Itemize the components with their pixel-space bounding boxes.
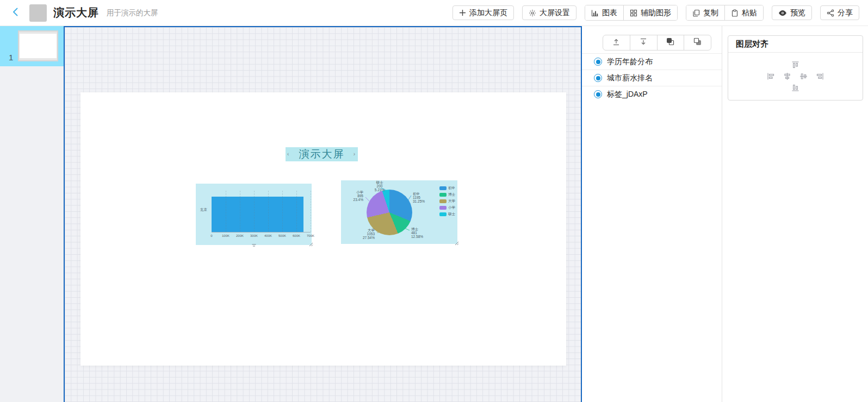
legend-swatch [439,206,447,210]
legend-item: 硕士 [439,211,455,217]
legend-label: 小学 [448,205,455,210]
align-right-icon[interactable] [816,72,824,80]
bar-gridline [296,191,297,232]
layer-row-bar[interactable]: 城市薪水排名 [582,70,722,86]
pie-callout-label: 大学105327.54% [357,228,375,240]
legend-item: 博士 [439,191,455,198]
pages-sidebar: 1 [0,26,64,402]
bring-forward-icon [666,37,675,48]
legend-label: 大学 [448,199,455,204]
align-horizontal-center-icon[interactable] [783,72,791,80]
bar-gridline [311,191,311,232]
layer-visible-radio-icon[interactable] [594,58,602,66]
page-thumbnail-item-1[interactable]: 1 [0,26,64,66]
insert-chart-button[interactable]: 图表 [585,5,623,20]
copy-icon [692,9,700,17]
resize-corner-handle[interactable] [309,239,313,249]
design-canvas[interactable]: ‹ 演示大屏 › 北京 0100K200K300K400K500K600K700… [64,26,582,402]
page-thumbnail [18,30,58,61]
align-top-icon[interactable] [791,61,799,69]
share-icon [827,9,834,17]
pie-callout-label: 博士48112.58% [411,227,423,238]
bar-chart-icon [591,9,599,17]
bring-forward-button[interactable] [657,35,684,50]
send-backward-button[interactable] [684,35,711,50]
back-button[interactable] [9,6,23,20]
layer-align-panel: 图层对齐 [728,35,863,100]
top-toolbar: 演示大屏 用于演示的大屏 添加大屏页 大屏设置 图表 [0,0,868,26]
move-to-bottom-button[interactable] [630,35,657,50]
legend-item: 初中 [439,185,455,191]
back-arrow-icon [10,7,21,20]
bar-gridline [240,191,240,232]
bar-chart-category: 北京 [200,208,207,212]
resize-corner-handle[interactable] [455,238,459,248]
page-title: 演示大屏 [53,5,99,20]
bar-x-tick-label: 700K [307,234,314,237]
resize-left-handle[interactable]: ‹ [287,151,290,157]
layer-row-label[interactable]: 标签_jDAxP [582,86,722,102]
screen-settings-button[interactable]: 大屏设置 [522,5,576,20]
gear-icon [529,9,536,17]
bar-x-tick-label: 500K [278,234,286,237]
pie-callout-label: 硕士2005.23% [370,180,389,192]
toolbar-actions: 添加大屏页 大屏设置 图表 辅助图形 [452,5,859,21]
canvas-label-text: 演示大屏 [299,147,345,161]
add-page-button[interactable]: 添加大屏页 [452,5,514,20]
legend-item: 小学 [439,204,455,211]
pie-chart-element[interactable]: 初中博士大学小学硕士 初中119531.25%博士48112.58%大学1053… [341,180,457,244]
legend-label: 初中 [448,186,455,191]
align-vertical-center-icon[interactable] [799,72,808,80]
move-to-top-button[interactable] [603,35,630,50]
paste-icon [731,9,739,17]
page-number: 1 [9,53,13,62]
copy-button[interactable]: 复制 [686,5,724,20]
bar-gridline [268,191,269,232]
bar-x-tick-label: 300K [250,234,258,237]
bar-x-tick-label: 200K [236,234,244,237]
bar-chart-plot [212,191,311,233]
bar-x-tick-label: 600K [293,234,300,237]
resize-right-handle[interactable]: › [354,151,356,157]
preview-button[interactable]: 预览 [772,5,812,20]
canvas-page-sheet[interactable] [80,92,566,366]
layer-list: 学历年龄分布 城市薪水排名 标签_jDAxP [582,53,722,102]
legend-swatch [439,186,447,190]
project-thumbnail-placeholder [29,4,47,22]
legend-swatch [439,199,447,203]
legend-label: 硕士 [448,212,455,217]
eye-icon [778,10,787,16]
share-button[interactable]: 分享 [820,5,859,20]
layer-visible-radio-icon[interactable] [594,90,602,98]
clipboard-button-group: 复制 粘贴 [686,5,764,21]
bar-gridline [254,191,255,232]
align-bottom-icon[interactable] [791,84,799,92]
align-panel-title: 图层对齐 [728,36,863,53]
bar-x-tick-label: 0 [210,234,212,237]
layer-row-pie[interactable]: 学历年龄分布 [582,53,722,70]
align-buttons [728,53,863,99]
legend-label: 博士 [448,192,455,197]
insert-button-group: 图表 辅助图形 [585,5,678,21]
canvas-label-element[interactable]: ‹ 演示大屏 › [286,147,358,161]
move-to-bottom-icon [639,37,648,48]
resize-bottom-handle[interactable] [251,240,256,249]
insert-shapes-button[interactable]: 辅助图形 [623,5,677,20]
move-to-top-icon [612,37,621,48]
bar-chart-element[interactable]: 北京 0100K200K300K400K500K600K700K [196,184,312,245]
legend-item: 大学 [439,198,455,204]
pie-callout-label: 初中119531.25% [413,192,425,203]
bar-x-tick-label: 100K [222,234,230,237]
align-left-icon[interactable] [767,72,775,80]
layer-visible-radio-icon[interactable] [594,74,602,82]
shapes-grid-icon [630,9,637,17]
page-subtitle: 用于演示的大屏 [107,8,158,18]
bar-gridline [226,191,226,232]
pie-legend: 初中博士大学小学硕士 [439,185,455,217]
paste-button[interactable]: 粘贴 [724,5,763,20]
send-backward-icon [693,37,702,48]
legend-swatch [439,212,447,216]
pie-callout-label: 小学89523.4% [346,190,363,202]
bar-gridline [282,191,283,232]
plus-icon [459,9,466,16]
